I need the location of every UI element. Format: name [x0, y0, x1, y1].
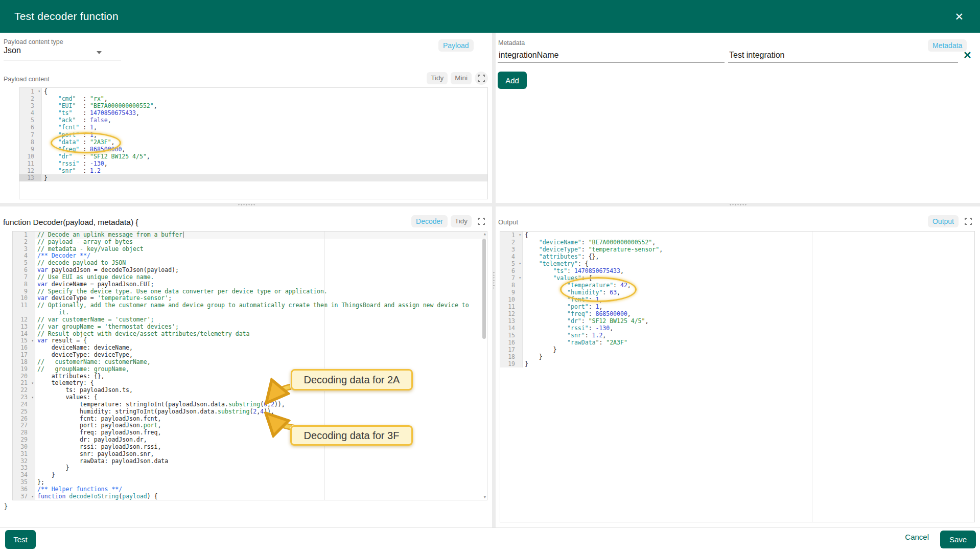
fold-arrow-icon[interactable]: ▾ [519, 260, 521, 267]
scroll-up-icon[interactable]: ▲ [484, 232, 486, 236]
code-text: // var customerName = 'customer'; [35, 316, 487, 324]
vertical-splitter[interactable] [492, 33, 496, 527]
payload-editor[interactable]: 1▾{2 "cmd" : "rx",3 "EUI" : "BE7A0000000… [19, 87, 488, 199]
code-text: rssi: payloadJson.rssi, [35, 444, 487, 451]
remove-metadata-icon[interactable]: ✕ [963, 50, 972, 60]
line-number: 33 [13, 465, 35, 472]
code-line: 11// Optionally, add the customer name a… [13, 302, 487, 309]
line-number: 30 [13, 444, 35, 451]
line-number: 9 [19, 146, 42, 153]
fold-arrow-icon[interactable]: ▾ [31, 493, 34, 500]
code-line: 1// Decode an uplink message from a buff… [13, 232, 487, 239]
code-line: it. [13, 309, 487, 316]
metadata-panel: Metadata Metadata ✕ Add [496, 33, 980, 203]
line-number: 12 [19, 167, 42, 174]
decoder-editor[interactable]: ▲ ▼ 1// Decode an uplink message from a … [12, 231, 487, 500]
code-line: 6 "fcnt" : 1, [19, 124, 487, 131]
line-number: 17 [13, 352, 35, 359]
code-text: } [523, 346, 974, 353]
code-text: function decodeToString(payload) { [35, 493, 487, 500]
scroll-down-icon[interactable]: ▼ [484, 495, 486, 499]
payload-panel: Payload content type Json Payload Payloa… [0, 33, 492, 203]
test-button[interactable]: Test [5, 530, 36, 549]
code-line: 11 "rssi" : -130, [19, 160, 487, 167]
code-text: "ts" : 1470850675433, [42, 109, 487, 117]
payload-content-type-select[interactable]: Json [4, 46, 121, 60]
save-button[interactable]: Save [940, 531, 976, 548]
line-number: 13 [19, 174, 42, 181]
code-text: "data" : "2A3F", [42, 139, 487, 146]
fullscreen-icon[interactable] [962, 215, 975, 228]
code-text: /** Decoder **/ [35, 252, 487, 260]
tidy-button[interactable]: Tidy [427, 72, 448, 84]
code-line: 26 fcnt: payloadJson.fcnt, [13, 416, 487, 423]
code-line: 14// Result object with device/asset att… [13, 331, 487, 338]
fold-arrow-icon[interactable]: ▾ [31, 380, 34, 387]
fullscreen-icon[interactable] [475, 215, 488, 228]
code-text: var deviceType = 'temperature-sensor'; [35, 295, 487, 302]
dialog-footer: Test Cancel Save [0, 527, 980, 552]
mini-button[interactable]: Mini [451, 72, 472, 84]
cancel-button[interactable]: Cancel [902, 532, 932, 542]
code-line: 4 "ts" : 1470850675433, [19, 109, 487, 117]
line-number: 2 [500, 239, 523, 246]
close-icon[interactable]: ✕ [952, 9, 966, 24]
horizontal-splitter-right[interactable] [496, 203, 980, 206]
code-line: 10 "fcnt": 1, [500, 296, 974, 303]
line-number: 10 [500, 296, 523, 303]
code-line: 30 rssi: payloadJson.rssi, [13, 444, 487, 451]
code-text: "humidity": 63, [523, 289, 974, 296]
line-number: 2 [13, 239, 35, 246]
line-number: 7 [13, 274, 35, 281]
metadata-value-field[interactable] [728, 48, 958, 63]
code-line: 17 } [500, 346, 974, 353]
line-number: 37▾ [13, 493, 35, 500]
code-text: "values": { [523, 274, 974, 282]
line-number: 8 [13, 281, 35, 288]
line-number: 2 [19, 95, 42, 102]
code-line: 28 freq: payloadJson.freq, [13, 429, 487, 436]
fold-arrow-icon[interactable]: ▾ [519, 274, 521, 282]
horizontal-splitter-left[interactable] [0, 203, 492, 206]
metadata-key-field[interactable] [498, 48, 725, 63]
line-number: 8 [500, 282, 523, 289]
line-number: 23▾ [13, 394, 35, 401]
output-editor[interactable]: 1▾{2 "deviceName": "BE7A000000000552",3 … [500, 231, 975, 522]
scrollbar-thumb[interactable] [482, 239, 486, 339]
line-number [13, 309, 35, 316]
code-line: 12// var customerName = 'customer'; [13, 316, 487, 324]
decoder-tidy-button[interactable]: Tidy [451, 215, 472, 227]
code-line: 6 "ts": 1470850675433, [500, 267, 974, 274]
code-line: 16 "rawData": "2A3F" [500, 339, 974, 346]
code-text: snr: payloadJson.snr, [35, 451, 487, 458]
code-text: /** Helper functions **/ [35, 486, 487, 493]
line-number: 24 [13, 401, 35, 408]
line-number: 14 [13, 331, 35, 338]
code-text: // Decode an uplink message from a buffe… [35, 232, 487, 239]
code-text: "freq": 868500000, [523, 310, 974, 317]
line-number: 10 [19, 153, 42, 160]
code-text: { [42, 88, 487, 95]
code-text: var deviceName = payloadJson.EUI; [35, 281, 487, 288]
code-line: 13} [19, 174, 487, 181]
fold-arrow-icon[interactable]: ▾ [519, 232, 521, 239]
code-line: 27 port: payloadJson.port, [13, 422, 487, 429]
line-number: 7 [19, 131, 42, 139]
code-text: rawData: payloadJson.data [35, 458, 487, 465]
fold-arrow-icon[interactable]: ▾ [31, 337, 34, 344]
code-text: } [35, 472, 487, 479]
fullscreen-icon[interactable] [475, 72, 488, 85]
code-text: } [35, 465, 487, 472]
code-text: humidity: stringToInt(payloadJson.data.s… [35, 408, 487, 416]
code-text: // metadata - key/value object [35, 246, 487, 253]
line-number: 6 [19, 124, 42, 131]
code-text: // groupName: groupName, [35, 366, 487, 373]
fold-arrow-icon[interactable]: ▾ [38, 88, 40, 95]
code-text: // Use EUI as unique device name. [35, 274, 487, 281]
code-text: telemetry: { [35, 380, 487, 387]
line-number: 11 [500, 303, 523, 310]
decoder-signature: function Decoder(payload, metadata) { [3, 218, 138, 227]
payload-content-type-label: Payload content type [4, 38, 63, 45]
add-button[interactable]: Add [498, 72, 527, 89]
fold-arrow-icon[interactable]: ▾ [31, 394, 34, 401]
